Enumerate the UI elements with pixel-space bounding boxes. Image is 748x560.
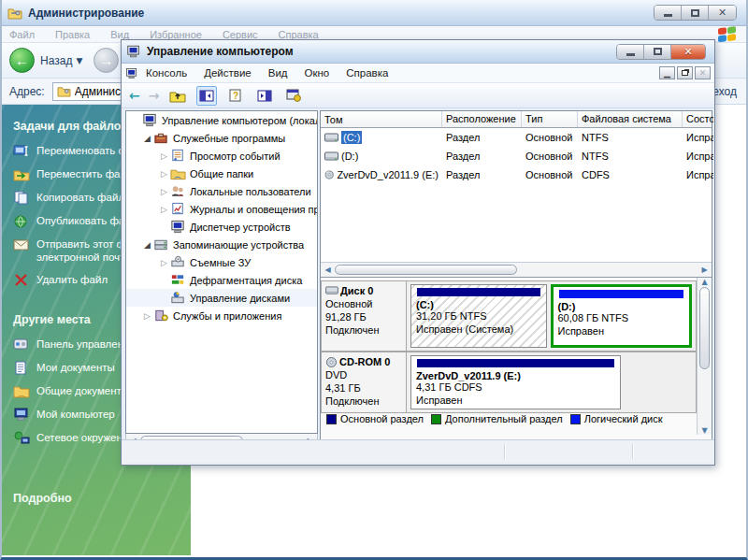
collapsed-icon[interactable]: ▷ — [158, 151, 170, 161]
tree-item-system-tools[interactable]: ◢ Служебные программы — [126, 129, 317, 147]
cdrom0-graph: ZverDvD_v2011.9 (E:) 4,31 ГБ CDFS Исправ… — [407, 352, 697, 413]
volume-row-c[interactable]: (C:) Раздел Основной NTFS Исправен — [321, 128, 712, 147]
event-viewer-icon — [170, 149, 186, 163]
menu-action[interactable]: Действие — [204, 67, 252, 79]
forward-button[interactable]: → — [94, 48, 119, 73]
menu-tools[interactable]: Сервис — [223, 29, 258, 40]
tree-item-storage[interactable]: ◢ Запоминающие устройства — [126, 236, 317, 253]
menu-help2[interactable]: Справка — [346, 67, 388, 79]
mdi-restore-button[interactable] — [677, 66, 693, 79]
console-title: Управление компьютером — [147, 45, 616, 58]
back-label[interactable]: Назад — [40, 54, 72, 67]
collapsed-icon[interactable]: ▷ — [158, 187, 170, 196]
collapsed-icon[interactable]: ▷ — [158, 205, 170, 214]
menu-view2[interactable]: Вид — [268, 67, 288, 79]
column-volume[interactable]: Том — [321, 111, 442, 127]
tree-item-local-users[interactable]: ▷ Локальные пользователи — [126, 182, 317, 200]
details-header[interactable]: Подробно — [13, 492, 185, 505]
scroll-right-icon[interactable]: ▶ — [698, 266, 712, 274]
move-file-icon — [13, 167, 30, 181]
menu-view[interactable]: Вид — [110, 29, 129, 40]
admin-tools-icon — [7, 7, 22, 20]
volume-row-e[interactable]: ZverDvD_v2011.9 (E:) Раздел Основной CDF… — [321, 165, 712, 184]
menu-edit[interactable]: Правка — [55, 29, 90, 40]
expanded-icon[interactable]: ◢ — [141, 134, 153, 143]
console-forward-icon[interactable]: → — [149, 88, 160, 103]
partition-c-region[interactable]: (C:) 31,20 ГБ NTFS Исправен (Система) — [410, 284, 547, 348]
collapsed-icon[interactable]: ▷ — [158, 169, 170, 179]
publish-web-icon — [13, 214, 30, 228]
volume-e-region[interactable]: ZverDvD_v2011.9 (E:) 4,31 ГБ CDFS Исправ… — [410, 355, 621, 409]
copy-file-icon — [13, 191, 30, 205]
mdi-window-controls: ▁ ✕ — [659, 66, 711, 79]
tree-item-root[interactable]: Управление компьютером (локальн — [126, 111, 317, 129]
expanded-icon[interactable]: ◢ — [141, 240, 153, 250]
show-tree-icon[interactable] — [196, 86, 217, 106]
cd-icon — [325, 357, 338, 367]
svg-text:?: ? — [233, 91, 238, 101]
console-window-controls: ✕ — [616, 44, 706, 60]
up-level-icon[interactable] — [167, 86, 188, 106]
collapsed-icon[interactable]: ▷ — [141, 311, 153, 321]
list-horizontal-scrollbar[interactable]: ◀ ▶ — [321, 262, 712, 277]
cdrom0-info-cell[interactable]: CD-ROM 0 DVD 4,31 ГБ Подключен — [321, 352, 407, 413]
column-layout[interactable]: Расположение — [442, 111, 522, 127]
console-minimize-button[interactable] — [617, 45, 644, 59]
tree-item-device-manager[interactable]: Диспетчер устройств — [126, 218, 317, 236]
menu-file[interactable]: Файл — [9, 29, 35, 40]
tree-item-event-viewer[interactable]: ▷ Просмотр событий — [126, 147, 317, 165]
disk0-info-cell[interactable]: Диск 0 Основной 91,28 ГБ Подключен — [321, 280, 407, 352]
scroll-up-icon[interactable]: ▲ — [698, 278, 712, 286]
partition-d-region[interactable]: (D:) 60,08 ГБ NTFS Исправен — [551, 284, 693, 348]
back-button[interactable]: ← — [9, 48, 35, 73]
delete-icon — [13, 273, 30, 287]
shared-documents-icon — [13, 384, 30, 398]
scrollbar-thumb[interactable] — [335, 265, 517, 275]
tree-item-shared-folders[interactable]: ▷ Общие папки — [126, 165, 317, 182]
back-dropdown-icon[interactable]: ▼ — [76, 56, 82, 65]
legend-primary: Основной раздел — [326, 413, 424, 424]
disk-management-icon — [170, 291, 186, 305]
network-icon — [13, 431, 30, 445]
console-statusbar — [122, 439, 714, 463]
column-status[interactable]: Состояние — [683, 111, 713, 127]
minimize-button[interactable] — [654, 6, 682, 20]
primary-partition-band — [417, 288, 540, 296]
column-type[interactable]: Тип — [522, 111, 578, 127]
performance-logs-icon — [170, 202, 186, 216]
scroll-down-icon[interactable]: ▼ — [698, 426, 712, 435]
column-filesystem[interactable]: Файловая система — [578, 111, 683, 127]
collapsed-icon[interactable]: ▷ — [158, 258, 170, 267]
mdi-close-button[interactable]: ✕ — [695, 66, 711, 79]
admin-window-titlebar: Администрирование ✕ — [2, 0, 746, 26]
tree-item-performance-logs[interactable]: ▷ Журналы и оповещения пр — [126, 200, 317, 218]
legend-extended: Дополнительный раздел — [431, 413, 563, 424]
console-back-icon[interactable]: ← — [129, 88, 140, 103]
tree-item-services[interactable]: ▷ Службы и приложения — [126, 307, 317, 324]
console-close-button[interactable]: ✕ — [671, 45, 705, 60]
scrollbar-thumb[interactable] — [699, 287, 710, 369]
maximize-button[interactable] — [682, 6, 709, 20]
close-button[interactable]: ✕ — [709, 6, 736, 20]
tree-item-removable-storage[interactable]: ▷ Съемные ЗУ — [126, 253, 317, 271]
window-title: Администрирование — [28, 7, 654, 20]
menu-favorites[interactable]: Избранное — [150, 29, 202, 40]
control-panel-icon — [13, 337, 30, 352]
console-maximize-button[interactable] — [644, 45, 671, 59]
device-manager-icon — [170, 220, 186, 234]
local-users-icon — [170, 184, 186, 198]
export-list-icon[interactable] — [283, 86, 304, 106]
volume-row-d[interactable]: (D:) Раздел Основной NTFS Исправен — [321, 147, 712, 165]
mdi-minimize-button[interactable]: ▁ — [659, 66, 675, 79]
disk0-graph: (C:) 31,20 ГБ NTFS Исправен (Система) (D… — [407, 280, 697, 352]
help-window-icon[interactable]: ? — [225, 86, 246, 106]
disk-graphical-view: Диск 0 Основной 91,28 ГБ Подключен (C:) … — [321, 277, 712, 449]
tree-item-disk-management[interactable]: Управление дисками — [126, 289, 317, 307]
scroll-left-icon[interactable]: ◀ — [321, 266, 335, 274]
menu-console[interactable]: Консоль — [146, 67, 187, 79]
show-panel-icon[interactable] — [254, 86, 275, 106]
tree-item-defragmenter[interactable]: Дефрагментация диска — [126, 271, 317, 289]
menu-help[interactable]: Справка — [279, 29, 319, 40]
menu-window[interactable]: Окно — [305, 67, 330, 79]
disk-view-vertical-scrollbar[interactable]: ▲ ▼ — [697, 278, 712, 435]
